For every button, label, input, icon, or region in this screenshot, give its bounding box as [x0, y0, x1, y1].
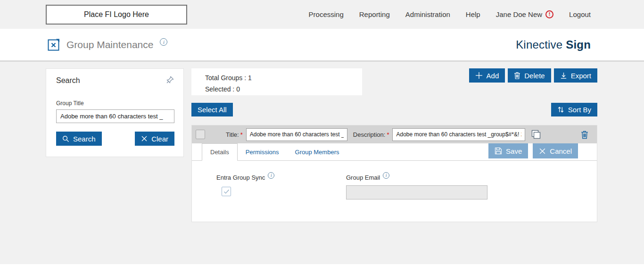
copy-icon[interactable] [531, 129, 541, 140]
row-select-checkbox[interactable] [196, 130, 205, 139]
row-delete-icon[interactable] [581, 130, 588, 139]
description-input[interactable] [392, 128, 525, 141]
tab-details[interactable]: Details [202, 143, 238, 161]
brand-logo: Kinective Sign [516, 38, 591, 51]
tabs-row: Details Permissions Group Members Save [192, 143, 597, 161]
fi-logo-placeholder: Place FI Logo Here [46, 5, 187, 25]
x-icon [141, 135, 148, 142]
search-icon [62, 135, 69, 142]
search-panel: Search Group Title Search Clear [46, 68, 184, 157]
trash-icon [514, 72, 520, 79]
select-all-label: Select All [198, 106, 227, 114]
brand-second: Sign [566, 38, 591, 51]
nav-help[interactable]: Help [466, 10, 480, 18]
export-button[interactable]: Export [554, 68, 597, 83]
group-row-header: Title:* Description:* [192, 125, 597, 143]
plus-icon [475, 72, 483, 79]
entra-group-sync-label: Entra Group Sync i [216, 174, 274, 181]
group-title-label: Group Title [56, 100, 174, 107]
x-icon [539, 148, 546, 155]
total-groups-text: Total Groups : 1 [205, 72, 362, 83]
required-marker: * [240, 131, 243, 138]
description-label: Description:* [353, 131, 389, 138]
info-icon[interactable]: i [160, 38, 167, 46]
tab-permissions[interactable]: Permissions [238, 143, 287, 160]
nav-logout[interactable]: Logout [569, 10, 591, 18]
search-panel-title: Search [56, 76, 80, 85]
cancel-button[interactable]: Cancel [533, 143, 578, 158]
summary-panel: Total Groups : 1 Selected : 0 [191, 68, 362, 95]
group-maintenance-icon [47, 38, 60, 51]
info-icon[interactable]: i [383, 172, 389, 179]
clear-button[interactable]: Clear [135, 132, 174, 146]
nav-processing[interactable]: Processing [309, 10, 344, 18]
check-icon [223, 189, 230, 194]
info-icon[interactable]: i [268, 172, 274, 179]
cancel-button-label: Cancel [550, 147, 572, 155]
required-marker: * [387, 131, 389, 138]
toolbar: Add Delete Export [469, 68, 597, 83]
details-tab-content: Entra Group Sync i Group Email i [192, 161, 597, 222]
nav-reporting[interactable]: Reporting [359, 10, 390, 18]
top-bar: Place FI Logo Here Processing Reporting … [0, 0, 644, 29]
group-email-label: Group Email i [346, 174, 389, 181]
clear-button-label: Clear [151, 135, 168, 143]
save-button-label: Save [506, 147, 522, 155]
export-button-label: Export [571, 72, 591, 80]
top-nav: Processing Reporting Administration Help… [309, 10, 591, 18]
entra-group-sync-checkbox[interactable] [222, 187, 231, 196]
group-title-input[interactable] [56, 109, 174, 123]
selected-count-text: Selected : 0 [205, 83, 362, 95]
save-button[interactable]: Save [488, 143, 528, 158]
sort-icon [557, 106, 564, 113]
group-edit-panel: Title:* Description:* Details Pe [191, 125, 597, 222]
main-content: Search Group Title Search Clear [0, 62, 644, 264]
select-all-button[interactable]: Select All [191, 103, 233, 116]
delete-button[interactable]: Delete [508, 68, 551, 83]
group-email-input [346, 185, 487, 199]
sort-by-label: Sort By [568, 106, 591, 114]
add-button[interactable]: Add [469, 68, 505, 83]
save-icon [495, 147, 502, 155]
tab-group-members[interactable]: Group Members [287, 143, 347, 160]
brand-first: Kinective [516, 38, 562, 51]
nav-user[interactable]: Jane Doe New ! [496, 10, 553, 18]
title-label: Title:* [226, 131, 243, 138]
page-title: Group Maintenance [66, 39, 153, 50]
nav-administration[interactable]: Administration [405, 10, 450, 18]
user-name: Jane Doe New [496, 10, 542, 18]
search-button[interactable]: Search [56, 132, 102, 146]
pin-icon[interactable] [165, 75, 174, 84]
download-icon [560, 72, 567, 79]
title-input[interactable] [246, 128, 347, 141]
sort-by-button[interactable]: Sort By [551, 103, 597, 116]
add-button-label: Add [487, 72, 499, 80]
page-header: Group Maintenance i Kinective Sign [0, 29, 644, 62]
alert-icon: ! [545, 10, 553, 18]
delete-button-label: Delete [524, 72, 545, 80]
row-actions: Save Cancel [488, 143, 597, 160]
search-button-label: Search [73, 135, 96, 143]
